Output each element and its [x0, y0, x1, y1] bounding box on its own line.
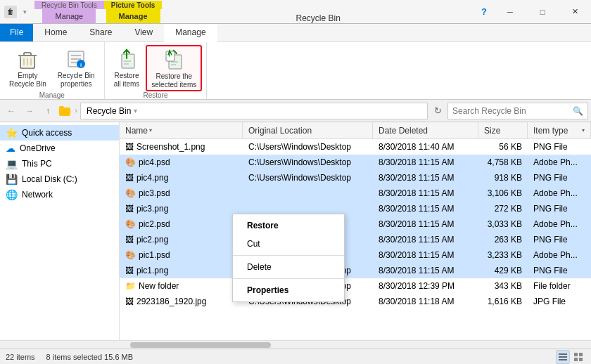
file-size-cell: 918 KB	[478, 173, 528, 183]
sidebar-item-local-disk[interactable]: 💾 Local Disk (C:)	[0, 171, 119, 187]
context-menu-restore[interactable]: Restore	[233, 216, 344, 235]
network-label: Network	[22, 190, 53, 200]
maximize-button[interactable]: □	[526, 0, 559, 24]
properties-icon: i	[65, 48, 87, 70]
details-view-button[interactable]	[556, 350, 570, 364]
restore-all-icon	[115, 48, 138, 70]
file-icon: 📁	[125, 281, 136, 291]
table-row[interactable]: 🎨 pic2.psd 8/30/2018 11:15 AM3,033 KBAdo…	[120, 216, 591, 232]
context-menu-properties[interactable]: Properties	[233, 281, 344, 299]
table-row[interactable]: 🎨 pic4.psd C:\Users\Windows\Desktop8/30/…	[120, 155, 591, 170]
file-size-cell: 3,106 KB	[478, 188, 528, 198]
local-disk-icon: 💾	[6, 174, 18, 185]
col-header-type[interactable]: Item type ▾	[528, 122, 591, 138]
ribbon-tab-home[interactable]: Home	[33, 24, 78, 41]
up-button[interactable]: ↑	[39, 103, 56, 119]
table-row[interactable]: 🖼 pic3.png 8/30/2018 11:15 AM272 KBPNG F…	[120, 201, 591, 216]
table-row[interactable]: 🎨 pic1.psd 8/30/2018 11:15 AM3,233 KBAdo…	[120, 247, 591, 263]
file-type-cell: PNG File	[528, 204, 591, 214]
file-list: 🖼 Screenshot_1.png C:\Users\Windows\Desk…	[120, 139, 591, 340]
properties-button[interactable]: i Recycle Binproperties	[53, 45, 100, 91]
svg-rect-27	[574, 358, 578, 361]
search-input[interactable]	[452, 106, 570, 116]
file-name: 2923186_1920.jpg	[136, 297, 206, 306]
svg-rect-25	[574, 353, 578, 356]
type-sort-icon: ▾	[582, 127, 585, 134]
svg-rect-23	[559, 356, 567, 358]
help-button[interactable]: ?	[474, 0, 494, 24]
table-row[interactable]: 🖼 2923186_1920.jpg C:\Users\Windows\Desk…	[120, 294, 591, 309]
file-type-cell: Adobe Ph...	[528, 219, 591, 229]
restore-all-button[interactable]: Restoreall items	[109, 45, 145, 91]
address-folder-icon	[58, 103, 72, 119]
main-area: ⭐ Quick access ☁ OneDrive 💻 This PC 💾 Lo…	[0, 122, 591, 340]
file-name-cell: 🎨 pic1.psd	[120, 250, 243, 260]
recycle-tools-manage-tab[interactable]: Manage	[42, 9, 96, 23]
file-name-cell: 🖼 pic1.png	[120, 266, 243, 275]
forward-button[interactable]: →	[21, 103, 38, 119]
file-icon: 🎨	[125, 157, 136, 167]
sidebar-item-this-pc[interactable]: 💻 This PC	[0, 156, 119, 171]
file-icon: 🎨	[125, 250, 136, 260]
ribbon-tab-file[interactable]: File	[0, 24, 33, 41]
picture-tools-manage-tab[interactable]: Manage	[106, 9, 160, 23]
context-menu-delete[interactable]: Delete	[233, 258, 344, 276]
col-header-date[interactable]: Date Deleted	[373, 122, 478, 138]
close-button[interactable]: ✕	[559, 0, 591, 24]
network-icon: 🌐	[6, 189, 18, 200]
file-size-cell: 272 KB	[478, 204, 528, 214]
file-size-cell: 429 KB	[478, 266, 528, 275]
sidebar: ⭐ Quick access ☁ OneDrive 💻 This PC 💾 Lo…	[0, 122, 120, 340]
file-type-cell: PNG File	[528, 142, 591, 152]
back-button[interactable]: ←	[3, 103, 20, 119]
file-name: pic4.png	[136, 173, 168, 183]
col-header-name[interactable]: Name ▾	[120, 122, 243, 138]
hscroll-thumb[interactable]	[130, 342, 271, 348]
file-name-cell: 📁 New folder	[120, 281, 243, 291]
horizontal-scrollbar[interactable]	[0, 340, 591, 349]
address-path-display[interactable]: Recycle Bin ▾	[80, 103, 428, 119]
svg-rect-22	[559, 353, 567, 355]
empty-bin-icon	[16, 48, 39, 70]
table-row[interactable]: 🖼 pic1.png C:\Users\Windows\Desktop8/30/…	[120, 263, 591, 278]
context-menu: Restore Cut Delete Properties	[232, 214, 345, 302]
sidebar-item-network[interactable]: 🌐 Network	[0, 187, 119, 202]
window-title: Recycle Bin	[162, 13, 474, 23]
title-bar-left: 🗑 ▾	[0, 0, 34, 23]
file-name: pic4.psd	[139, 157, 170, 167]
table-row[interactable]: 🎨 pic3.psd 8/30/2018 11:15 AM3,106 KBAdo…	[120, 186, 591, 201]
file-date-cell: 8/30/2018 11:40 AM	[373, 142, 478, 152]
search-icon: 🔍	[573, 106, 583, 116]
restore-selected-icon	[163, 49, 185, 70]
quick-access-customize[interactable]: ▾	[19, 6, 30, 18]
large-icons-view-button[interactable]	[571, 350, 585, 364]
this-pc-label: This PC	[22, 159, 52, 169]
refresh-button[interactable]: ↻	[429, 103, 446, 119]
table-row[interactable]: 🖼 pic4.png C:\Users\Windows\Desktop8/30/…	[120, 170, 591, 186]
picture-tools-label: Picture Tools	[104, 1, 163, 9]
manage-buttons: EmptyRecycle Bin i Recycle Binproperties	[4, 45, 100, 91]
ribbon-tab-view[interactable]: View	[123, 24, 164, 41]
restore-selected-button[interactable]: Restore theselected items	[146, 45, 202, 91]
file-name-cell: 🖼 Screenshot_1.png	[120, 142, 243, 152]
context-sep-1	[233, 255, 344, 256]
minimize-button[interactable]: ─	[494, 0, 526, 24]
file-name-cell: 🎨 pic3.psd	[120, 188, 243, 198]
sidebar-item-onedrive[interactable]: ☁ OneDrive	[0, 141, 119, 156]
file-name: pic3.png	[136, 204, 168, 214]
file-list-header: Name ▾ Original Location Date Deleted Si…	[120, 122, 591, 139]
table-row[interactable]: 📁 New folder C:\Users\Windows\Desktop8/3…	[120, 278, 591, 294]
ribbon-tab-share[interactable]: Share	[78, 24, 123, 41]
name-sort-icon: ▾	[149, 127, 152, 134]
col-header-size[interactable]: Size	[478, 122, 528, 138]
recycle-bin-tools-group: Recycle Bin Tools Manage	[34, 1, 104, 23]
ribbon-tab-manage[interactable]: Manage	[164, 24, 217, 42]
sidebar-item-quick-access[interactable]: ⭐ Quick access	[0, 125, 119, 141]
file-date-cell: 8/30/2018 11:15 AM	[373, 219, 478, 229]
table-row[interactable]: 🖼 Screenshot_1.png C:\Users\Windows\Desk…	[120, 139, 591, 155]
empty-bin-button[interactable]: EmptyRecycle Bin	[4, 45, 51, 91]
context-menu-cut[interactable]: Cut	[233, 235, 344, 253]
svg-rect-24	[559, 359, 567, 360]
col-header-location[interactable]: Original Location	[243, 122, 373, 138]
table-row[interactable]: 🖼 pic2.png 8/30/2018 11:15 AM263 KBPNG F…	[120, 232, 591, 247]
